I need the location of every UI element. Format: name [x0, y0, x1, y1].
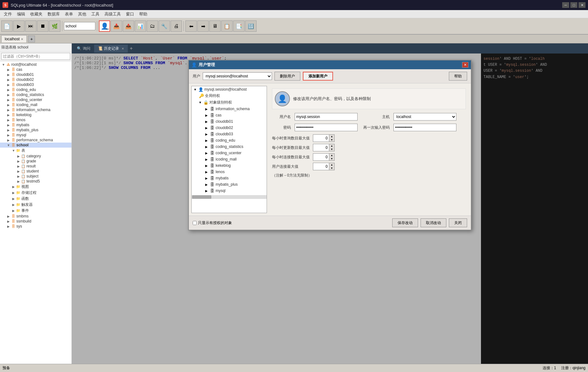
toolbar-stop-btn[interactable]: ⏹ — [37, 20, 48, 32]
tree-db-coding-stats[interactable]: ▶ 🗄 coding_statistics — [0, 92, 71, 97]
help-button[interactable]: 帮助 — [449, 72, 467, 81]
minimize-button[interactable]: ─ — [562, 2, 569, 8]
tree-root[interactable]: ▼ 🖧 root@localhost — [0, 62, 71, 67]
limit1-down[interactable]: ▼ — [329, 138, 334, 142]
tree-db-info-schema[interactable]: ▶ 🗄 information_schema — [0, 107, 71, 112]
limit3-down[interactable]: ▼ — [329, 157, 334, 161]
menu-tools[interactable]: 工具 — [89, 11, 102, 18]
tree-db-cas[interactable]: ▶ 🗄 cas — [0, 67, 71, 72]
menu-file[interactable]: 文件 — [1, 11, 14, 18]
user-tree-db-lenos[interactable]: ▶ 🗄 lenos — [192, 169, 267, 175]
user-tree-db-coding-ucenter[interactable]: ▶ 🗄 coding_ucenter — [192, 150, 267, 156]
tree-table-category[interactable]: ▶ 📋 category — [0, 154, 71, 159]
menu-advanced-tools[interactable]: 高级工具 — [102, 11, 123, 18]
connection-tab-localhost[interactable]: localhost ✕ — [1, 35, 27, 42]
user-tree-db-mybatis-plus[interactable]: ▶ 🗄 mybatis_plus — [192, 181, 267, 188]
tree-db-clouddb03[interactable]: ▶ 🗄 clouddb03 — [0, 82, 71, 87]
save-changes-button[interactable]: 保存改动 — [392, 218, 418, 227]
tree-db-smbms[interactable]: ▶ 🗄 smbms — [0, 214, 71, 219]
toolbar-btn-6[interactable]: 📥 — [111, 20, 122, 32]
user-tree-db-icoding[interactable]: ▶ 🗄 icoding_mall — [192, 156, 267, 162]
user-tree-global-priv[interactable]: 🔑 全局特权 — [192, 93, 267, 99]
limit2-up[interactable]: ▲ — [329, 144, 334, 148]
limit4-up[interactable]: ▲ — [329, 163, 334, 166]
dialog-close-button[interactable]: 关闭 — [449, 218, 467, 227]
user-tree-db-coding-edu[interactable]: ▶ 🗄 coding_edu — [192, 137, 267, 144]
username-input[interactable] — [295, 113, 358, 121]
toolbar-refresh-btn[interactable]: 🌿 — [49, 20, 60, 32]
tree-db-ssmbuild[interactable]: ▶ 🗄 ssmbuild — [0, 219, 71, 224]
filter-input[interactable] — [1, 53, 70, 60]
user-tree-db-clouddb01[interactable]: ▶ 🗄 clouddb01 — [192, 118, 267, 125]
add-connection-button[interactable]: + — [28, 36, 35, 42]
user-tree-db-kekeblog[interactable]: ▶ 🗄 kekeblog — [192, 162, 267, 169]
limit3-input[interactable] — [313, 154, 329, 161]
tree-db-mybatis[interactable]: ▶ 🗄 mybatis — [0, 122, 71, 127]
add-query-tab-button[interactable]: + — [128, 45, 135, 52]
connection-tab-close[interactable]: ✕ — [21, 37, 23, 41]
limit1-up[interactable]: ▲ — [329, 135, 334, 138]
tree-db-coding-edu[interactable]: ▶ 🗄 coding_edu — [0, 87, 71, 92]
maximize-button[interactable]: □ — [570, 2, 577, 8]
toolbar-open-btn[interactable]: ▶ — [13, 20, 25, 32]
toolbar-btn-11[interactable]: 🖨 — [171, 20, 182, 32]
user-tree-db-coding-stats[interactable]: ▶ 🗄 coding_statistics — [192, 144, 267, 150]
tree-db-sys[interactable]: ▶ 🗄 sys — [0, 224, 71, 229]
host-select[interactable]: localhost — [393, 113, 456, 121]
user-tree-db-mybatis[interactable]: ▶ 🗄 mybatis — [192, 175, 267, 181]
toolbar-btn-13[interactable]: ➡ — [197, 20, 209, 32]
tree-folder-functions[interactable]: ▶ 📁 函数 — [0, 196, 71, 202]
limit2-down[interactable]: ▼ — [329, 148, 334, 151]
toolbar-btn-9[interactable]: 🗂 — [147, 20, 158, 32]
tree-table-testmd5[interactable]: ▶ 📋 testmd5 — [0, 179, 71, 184]
menu-edit[interactable]: 编辑 — [14, 11, 28, 18]
menu-help[interactable]: 帮助 — [137, 11, 150, 18]
tab-query[interactable]: 🔍 询问 — [73, 45, 94, 53]
user-tree-obj-priv[interactable]: ▼ 🔒 对象级别特权 — [192, 99, 267, 106]
menu-other[interactable]: 其他 — [76, 11, 89, 18]
close-button[interactable]: ✕ — [579, 2, 585, 8]
user-tree-db-mysql[interactable]: ▶ 🗄 mysql — [192, 188, 267, 194]
dialog-close-x[interactable]: ✕ — [462, 62, 468, 68]
tree-folder-tables[interactable]: ▼ 📁 表 — [0, 148, 71, 154]
tab-history-close[interactable]: ✕ — [122, 47, 124, 50]
limit4-down[interactable]: ▼ — [329, 166, 334, 170]
tree-db-mysql[interactable]: ▶ 🗄 mysql — [0, 132, 71, 138]
limit3-up[interactable]: ▲ — [329, 154, 334, 157]
password-input[interactable] — [295, 124, 358, 131]
tree-folder-views[interactable]: ▶ 📁 视图 — [0, 184, 71, 190]
add-user-button[interactable]: 添加新用户 — [303, 72, 333, 81]
toolbar-btn-8[interactable]: 📊 — [135, 20, 146, 32]
tree-db-kekeblog[interactable]: ▶ 🗄 kekeblog — [0, 112, 71, 117]
user-select[interactable]: mysql.session@localhost — [203, 72, 272, 80]
tree-table-student[interactable]: ▶ 📋 student — [0, 169, 71, 174]
menu-favorites[interactable]: 收藏夹 — [28, 11, 45, 18]
toolbar-btn-17[interactable]: 🔢 — [245, 20, 257, 32]
tree-table-subject[interactable]: ▶ 📋 subject — [0, 174, 71, 179]
confirm-password-input[interactable] — [393, 124, 456, 131]
toolbar-btn-15[interactable]: 📋 — [221, 20, 233, 32]
toolbar-run-btn[interactable]: ⏭ — [25, 20, 37, 32]
tree-db-icoding-mall[interactable]: ▶ 🗄 icoding_mall — [0, 102, 71, 107]
menu-database[interactable]: 数据库 — [45, 11, 62, 18]
tree-db-coding-ucenter[interactable]: ▶ 🗄 coding_ucenter — [0, 97, 71, 102]
tree-folder-triggers[interactable]: ▶ 📁 触发器 — [0, 202, 71, 208]
limit2-input[interactable] — [313, 144, 329, 151]
tree-table-grade[interactable]: ▶ 📋 grade — [0, 159, 71, 164]
tree-table-result[interactable]: ▶ 📋 result — [0, 164, 71, 169]
toolbar-btn-12[interactable]: ⬅ — [185, 20, 197, 32]
user-manager-btn[interactable]: 👤 Rit — [99, 20, 110, 32]
tree-db-mybatis-plus[interactable]: ▶ 🗄 mybatis_plus — [0, 127, 71, 132]
tree-db-clouddb02[interactable]: ▶ 🗄 clouddb02 — [0, 77, 71, 82]
menu-table[interactable]: 表单 — [62, 11, 76, 18]
toolbar-btn-7[interactable]: 📤 — [123, 20, 134, 32]
tree-folder-procedures[interactable]: ▶ 📁 存储过程 — [0, 190, 71, 196]
user-tree-db-info[interactable]: ▶ 🗄 information_schema — [192, 106, 267, 112]
database-selector[interactable] — [64, 22, 95, 30]
tree-db-perf-schema[interactable]: ▶ 🗄 performance_schema — [0, 138, 71, 143]
limit1-input[interactable] — [313, 135, 329, 142]
tab-history[interactable]: 📜 历史记录 ✕ — [94, 45, 128, 53]
delete-user-button[interactable]: 删除用户 — [274, 72, 300, 81]
show-only-checkbox[interactable] — [193, 221, 197, 225]
menu-window[interactable]: 窗口 — [123, 11, 137, 18]
